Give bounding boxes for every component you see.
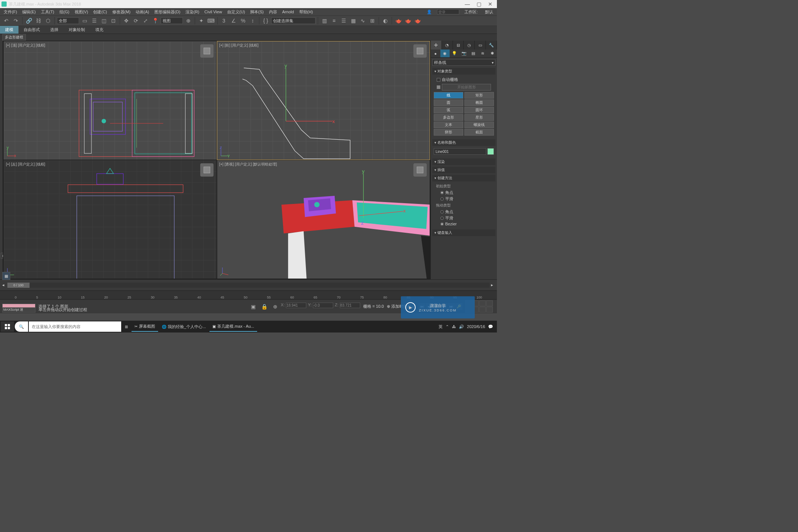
time-slider-thumb[interactable]: 0 / 100: [7, 283, 30, 288]
rollout-interp[interactable]: 插值: [432, 167, 495, 173]
lights-icon[interactable]: 💡: [450, 50, 459, 57]
color-swatch[interactable]: [487, 148, 494, 155]
viewport-left[interactable]: [+] [左] [用户定义] [线框]: [4, 160, 216, 279]
start-button[interactable]: [1, 321, 14, 332]
radio-init-smooth[interactable]: [440, 197, 444, 201]
btn-arc[interactable]: 弧: [434, 107, 463, 113]
menu-modifiers[interactable]: 修改器(M): [110, 8, 133, 16]
viewport-top-label[interactable]: [+] [顶] [用户定义] [线框]: [6, 43, 45, 48]
undo-icon[interactable]: ↶: [2, 17, 10, 25]
viewport-layout-button[interactable]: ▦: [2, 272, 10, 280]
keyboard-shortcut-icon[interactable]: ⌨: [207, 17, 215, 25]
minmax-icon[interactable]: [486, 307, 493, 313]
cameras-icon[interactable]: 📷: [459, 50, 469, 57]
pivot-icon[interactable]: ⊕: [184, 17, 192, 25]
isolate-icon[interactable]: ▣: [249, 303, 257, 311]
tray-ime[interactable]: 英: [439, 324, 443, 330]
rollout-name-color[interactable]: 名称和颜色: [432, 139, 495, 146]
unlink-icon[interactable]: ⛓: [34, 17, 42, 25]
btn-star[interactable]: 星形: [464, 114, 494, 121]
coord-z[interactable]: [340, 303, 360, 308]
viewport-front-label[interactable]: [+] [前] [用户定义] [线框]: [219, 43, 259, 48]
selection-filter[interactable]: 全部: [57, 17, 79, 24]
material-editor-icon[interactable]: ◐: [381, 17, 389, 25]
select-icon[interactable]: ▭: [81, 17, 89, 25]
scale-icon[interactable]: ⤢: [141, 17, 150, 25]
tray-up-icon[interactable]: ⌃: [446, 324, 449, 329]
percent-snap-icon[interactable]: %: [239, 17, 247, 25]
menu-customize[interactable]: 自定义(U): [225, 8, 247, 16]
menu-animation[interactable]: 动画(A): [133, 8, 151, 16]
timeline-next-icon[interactable]: ▸: [491, 283, 495, 287]
scene-explorer-collapsed[interactable]: [0, 41, 3, 279]
edit-named-sel-icon[interactable]: { }: [262, 17, 270, 25]
coord-y[interactable]: [313, 303, 333, 308]
hierarchy-tab[interactable]: ⊟: [453, 41, 464, 50]
btn-helix[interactable]: 螺旋线: [464, 122, 494, 128]
taskbar-item-snip[interactable]: ✂ 屏幕截图: [132, 321, 158, 332]
task-view-icon[interactable]: ⊞: [122, 321, 131, 332]
tray-notifications-icon[interactable]: 💬: [488, 324, 493, 329]
tray-network-icon[interactable]: 🖧: [452, 324, 456, 329]
minimize-button[interactable]: —: [465, 1, 470, 7]
tray-date[interactable]: 2020/6/16: [467, 324, 485, 329]
menu-help[interactable]: 帮助(H): [297, 8, 315, 16]
maximize-button[interactable]: ▢: [477, 1, 481, 7]
curve-editor-icon[interactable]: ∿: [359, 17, 367, 25]
autogrid-checkbox[interactable]: [437, 78, 440, 82]
menu-civilview[interactable]: Civil View: [202, 9, 224, 15]
zoom-extents-all-icon[interactable]: [486, 300, 493, 306]
viewport-left-label[interactable]: [+] [左] [用户定义] [线框]: [6, 162, 45, 167]
modify-tab[interactable]: ◔: [442, 41, 453, 50]
btn-egg[interactable]: 卵形: [434, 129, 463, 136]
render-setup-icon[interactable]: 🫖: [394, 17, 402, 25]
mirror-icon[interactable]: ▥: [320, 17, 328, 25]
select-region-icon[interactable]: ◫: [100, 17, 108, 25]
menu-edit[interactable]: 编辑(E): [20, 8, 38, 16]
layers-icon[interactable]: ☰: [340, 17, 348, 25]
link-icon[interactable]: 🔗: [25, 17, 33, 25]
btn-ellipse[interactable]: 椭圆: [464, 99, 494, 106]
ribbon-tab-populate[interactable]: 填充: [90, 26, 109, 34]
toggle-ribbon-icon[interactable]: ▦: [349, 17, 357, 25]
named-selection-sets[interactable]: 创建选择集: [271, 17, 316, 24]
window-crossing-icon[interactable]: ⊡: [109, 17, 117, 25]
create-tab[interactable]: [431, 41, 442, 50]
menu-grapheditors[interactable]: 图形编辑器(D): [152, 8, 183, 16]
time-slider-track[interactable]: 0 / 100: [7, 283, 490, 288]
menu-scripting[interactable]: 脚本(S): [248, 8, 266, 16]
btn-section[interactable]: 截面: [464, 129, 494, 136]
spacewarps-icon[interactable]: ≋: [478, 50, 488, 57]
systems-icon[interactable]: ✱: [487, 50, 497, 57]
ref-coord-system[interactable]: 视图: [161, 17, 183, 24]
ribbon-tab-selection[interactable]: 选择: [45, 26, 64, 34]
rotate-icon[interactable]: ⟳: [132, 17, 140, 25]
viewport-perspective[interactable]: [+] [透视] [用户定义] [默认明暗处理] y x z: [217, 160, 430, 279]
rollout-render[interactable]: 渲染: [432, 158, 495, 165]
category-dropdown[interactable]: 样条线: [432, 59, 495, 66]
taskbar-item-edge[interactable]: 🌐 我的经验_个人中心...: [159, 321, 209, 332]
helpers-icon[interactable]: ▤: [468, 50, 478, 57]
menu-content[interactable]: 内容: [267, 8, 279, 16]
viewport-front[interactable]: [+] [前] [用户定义] [线框] y x zy: [217, 41, 430, 160]
menu-create[interactable]: 创建(C): [91, 8, 109, 16]
orbit-icon[interactable]: [479, 307, 486, 313]
motion-tab[interactable]: ◷: [464, 41, 475, 50]
tray-volume-icon[interactable]: 🔊: [459, 324, 464, 329]
login-input[interactable]: [437, 9, 459, 14]
login-icon[interactable]: 👤: [424, 9, 434, 15]
geometry-icon[interactable]: ●: [431, 50, 440, 57]
workspace-value[interactable]: 默认: [483, 8, 495, 16]
close-button[interactable]: ✕: [488, 1, 492, 7]
ribbon-tab-freeform[interactable]: 自由形式: [18, 26, 45, 34]
move-icon[interactable]: ✥: [122, 17, 130, 25]
btn-ngon[interactable]: 多边形: [434, 114, 463, 121]
shapes-icon[interactable]: ◉: [440, 50, 450, 57]
radio-drag-corner[interactable]: [440, 210, 444, 214]
redo-icon[interactable]: ↷: [12, 17, 20, 25]
lock-icon[interactable]: 🔒: [260, 303, 268, 311]
viewport-top[interactable]: [+] [顶] [用户定义] [线框] yx: [4, 41, 216, 160]
startnew-checkbox[interactable]: [437, 85, 440, 89]
select-name-icon[interactable]: ☰: [90, 17, 98, 25]
maxscript-listener[interactable]: MAXScript 迷: [2, 307, 35, 313]
